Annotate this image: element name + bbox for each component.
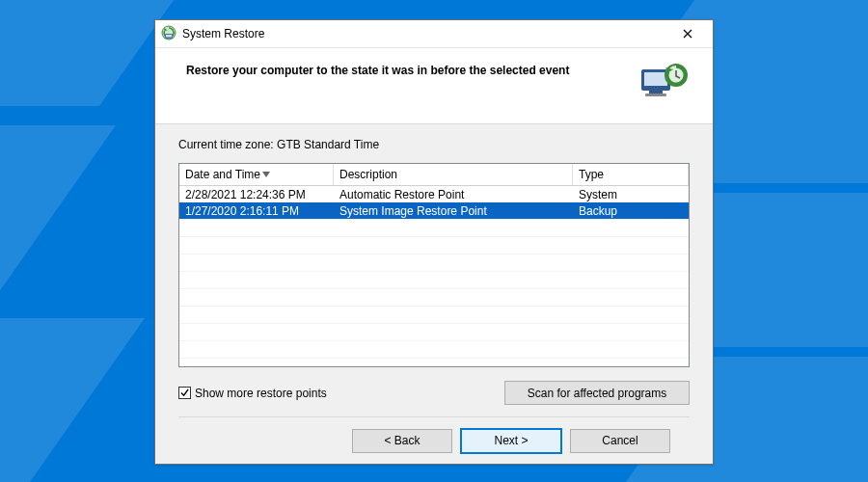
table-row[interactable]: 2/28/2021 12:24:36 PMAutomatic Restore P… <box>179 186 689 202</box>
show-more-restore-points-label: Show more restore points <box>195 387 327 400</box>
system-restore-window: System Restore Restore your computer to … <box>154 19 714 465</box>
next-button-label: Next > <box>494 434 528 447</box>
column-header-date[interactable]: Date and Time <box>179 164 334 185</box>
svg-rect-5 <box>649 91 663 94</box>
table-row[interactable]: 1/27/2020 2:16:11 PMSystem Image Restore… <box>179 202 689 219</box>
heading: Restore your computer to the state it wa… <box>186 62 626 77</box>
svg-rect-2 <box>166 35 172 38</box>
cancel-button[interactable]: Cancel <box>570 429 670 453</box>
titlebar: System Restore <box>155 20 713 48</box>
column-header-date-label: Date and Time <box>185 168 260 181</box>
cell-type: Backup <box>573 204 689 218</box>
sort-descending-icon <box>262 172 270 177</box>
close-button[interactable] <box>668 23 707 44</box>
svg-rect-6 <box>645 94 666 96</box>
window-icon <box>161 25 176 43</box>
wizard-header: Restore your computer to the state it wa… <box>155 48 713 124</box>
show-more-restore-points-checkbox[interactable]: Show more restore points <box>178 387 327 400</box>
window-title: System Restore <box>182 27 668 40</box>
wizard-footer: < Back Next > Cancel <box>178 416 690 464</box>
column-header-description-label: Description <box>339 168 397 181</box>
back-button-label: < Back <box>384 434 420 447</box>
scan-button-label: Scan for affected programs <box>528 387 667 400</box>
column-header-type-label: Type <box>579 168 604 181</box>
column-header-type[interactable]: Type <box>573 164 689 185</box>
restore-points-list[interactable]: Date and Time Description Type 2/28/2021… <box>178 163 690 367</box>
cell-date: 2/28/2021 12:24:36 PM <box>179 188 334 201</box>
cell-description: System Image Restore Point <box>334 204 573 218</box>
back-button[interactable]: < Back <box>352 429 452 453</box>
scan-affected-programs-button[interactable]: Scan for affected programs <box>504 381 690 405</box>
time-zone-label: Current time zone: GTB Standard Time <box>178 138 690 151</box>
system-restore-icon <box>636 62 690 106</box>
cell-description: Automatic Restore Point <box>334 188 573 201</box>
column-header-description[interactable]: Description <box>334 164 573 185</box>
next-button[interactable]: Next > <box>460 428 562 454</box>
checkbox-icon <box>178 387 191 399</box>
cancel-button-label: Cancel <box>602 434 637 447</box>
cell-date: 1/27/2020 2:16:11 PM <box>179 204 334 218</box>
cell-type: System <box>573 188 689 201</box>
svg-rect-4 <box>644 72 667 86</box>
